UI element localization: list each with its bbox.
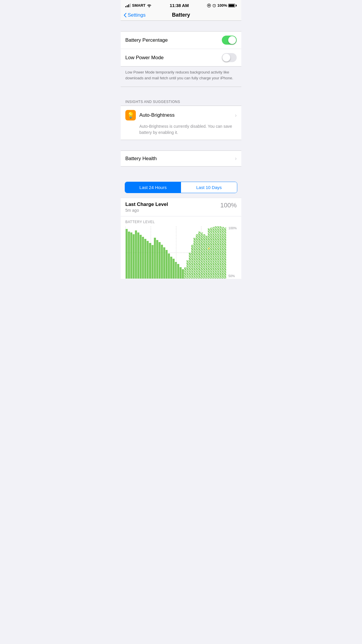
battery-percentage-label: 100%	[217, 3, 227, 8]
section-gap-3	[121, 140, 241, 150]
bar-26	[184, 267, 186, 279]
bar-12	[152, 245, 154, 279]
last-charge-level-row: Last Charge Level 5m ago 100%	[121, 198, 241, 216]
bar-15	[159, 242, 161, 279]
bar-36-charging: ⚡	[208, 228, 210, 279]
section-gap-1	[121, 21, 241, 31]
status-bar: SMART 11:38 AM 100%	[121, 0, 241, 10]
low-power-mode-label: Low Power Mode	[125, 55, 164, 61]
section-gap-4	[121, 167, 241, 177]
bar-14	[156, 240, 158, 279]
bar-32	[198, 232, 200, 279]
bar-3	[130, 232, 132, 279]
bar-27	[187, 260, 189, 279]
alarm-icon	[212, 4, 216, 8]
brightness-icon: 💡	[125, 110, 136, 120]
bar-33	[201, 232, 203, 279]
carrier-label: SMART	[132, 3, 145, 8]
auto-brightness-row[interactable]: 💡 Auto-Brightness › Auto-Brightness is c…	[121, 106, 241, 140]
battery-health-chevron-icon: ›	[235, 155, 237, 162]
bar-17	[163, 247, 165, 279]
bar-1	[126, 229, 128, 279]
last-24-hours-button[interactable]: Last 24 Hours	[125, 182, 181, 193]
bar-7	[140, 235, 142, 279]
status-left: SMART	[125, 3, 152, 8]
battery-percentage-toggle[interactable]	[222, 36, 237, 45]
svg-rect-1	[208, 5, 210, 6]
bar-18	[166, 250, 168, 279]
bar-29	[191, 245, 193, 279]
chevron-right-icon: ›	[235, 112, 237, 118]
bar-6	[137, 232, 139, 279]
time-segment-control[interactable]: Last 24 Hours Last 10 Days	[125, 182, 237, 193]
bar-37	[210, 228, 212, 279]
battery-percentage-row: Battery Percentage	[121, 32, 241, 49]
bar-38	[212, 227, 215, 279]
bar-42	[222, 227, 224, 279]
battery-percentage-label-text: Battery Percentage	[125, 37, 168, 43]
bar-34	[203, 234, 205, 279]
last-10-days-button[interactable]: Last 10 Days	[181, 182, 237, 193]
bar-23	[177, 264, 179, 279]
bar-5	[135, 230, 137, 279]
bar-20	[170, 257, 172, 279]
bar-28	[189, 253, 191, 279]
insights-section-header: INSIGHTS AND SUGGESTIONS	[121, 97, 241, 106]
charge-level-percentage: 100%	[220, 202, 237, 209]
bar-25	[182, 269, 184, 279]
low-power-mode-toggle[interactable]	[222, 53, 237, 62]
bar-9	[144, 239, 146, 279]
status-right: 100%	[207, 3, 237, 8]
battery-status-icon	[228, 4, 237, 7]
battery-level-header: BATTERY LEVEL	[125, 220, 237, 224]
bar-30	[194, 238, 196, 279]
bar-24	[180, 267, 182, 279]
suggestion-left: 💡 Auto-Brightness	[125, 110, 175, 120]
chart-bars-area: ⚡	[125, 226, 226, 279]
charge-level-time: 5m ago	[125, 208, 168, 213]
auto-brightness-title: Auto-Brightness	[139, 112, 175, 118]
bar-40	[217, 226, 219, 279]
bar-21	[173, 259, 175, 279]
page-title: Battery	[172, 12, 190, 18]
bar-43	[224, 228, 226, 279]
bar-39	[215, 226, 217, 279]
back-label: Settings	[128, 12, 145, 18]
section-gap-2	[121, 87, 241, 97]
low-power-description: Low Power Mode temporarily reduces backg…	[121, 66, 241, 87]
bar-11	[149, 243, 151, 279]
toggles-section: Battery Percentage Low Power Mode	[121, 31, 241, 66]
back-button[interactable]: Settings	[124, 12, 145, 18]
bar-31	[196, 234, 198, 279]
navigation-bar: Settings Battery	[121, 10, 241, 21]
charge-level-title: Last Charge Level	[125, 202, 168, 207]
bar-4	[133, 234, 135, 279]
bar-22	[175, 262, 177, 279]
wifi-icon	[147, 4, 152, 7]
battery-level-section: BATTERY LEVEL 100% 50%	[121, 216, 241, 279]
bar-8	[142, 237, 144, 279]
rotation-lock-icon	[207, 4, 211, 8]
bar-10	[147, 241, 149, 279]
auto-brightness-description: Auto-Brightness is currently disabled. Y…	[125, 123, 237, 136]
battery-health-row[interactable]: Battery Health ›	[121, 150, 241, 167]
signal-bars-icon	[125, 4, 131, 7]
status-time: 11:38 AM	[170, 3, 189, 8]
low-power-mode-row: Low Power Mode	[121, 49, 241, 66]
bar-2	[128, 232, 130, 279]
battery-health-label: Battery Health	[125, 156, 157, 162]
content-area: Battery Percentage Low Power Mode Low Po…	[121, 21, 241, 279]
chart-y-labels: 100% 50%	[229, 226, 237, 279]
bar-16	[161, 245, 163, 279]
chart-y-100: 100%	[229, 226, 237, 230]
bar-35	[205, 236, 208, 279]
battery-level-chart: 100% 50%	[125, 226, 237, 279]
chart-y-50: 50%	[229, 274, 237, 278]
charge-level-left: Last Charge Level 5m ago	[125, 202, 168, 213]
bar-19	[168, 253, 170, 279]
bar-41	[219, 226, 222, 279]
bar-13	[154, 238, 156, 279]
